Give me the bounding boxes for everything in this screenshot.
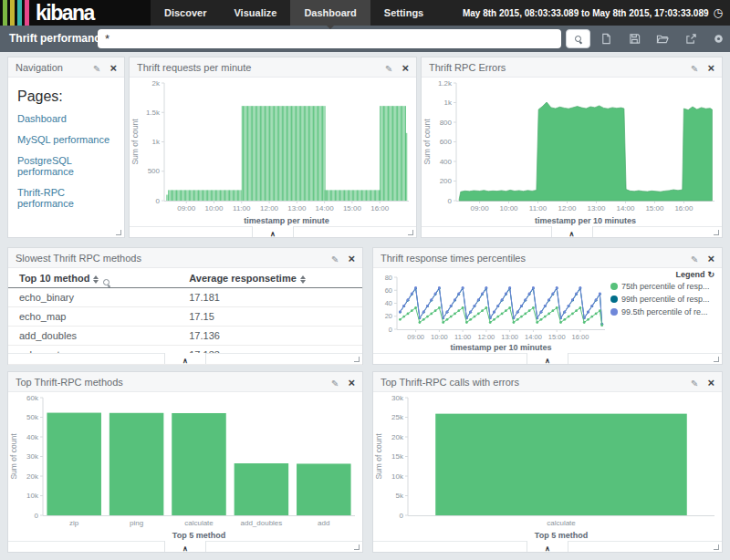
column-header-responsetime[interactable]: Average responsetime (178, 268, 362, 288)
svg-text:16:00: 16:00 (572, 333, 589, 341)
legend-refresh-icon (704, 270, 714, 279)
panel-resize-handle[interactable] (714, 357, 719, 362)
open-dashboard-button[interactable] (654, 31, 671, 47)
panel-title: Top Thrift-RPC calls with errors (381, 377, 691, 388)
sort-icon (93, 275, 99, 284)
edit-panel-icon[interactable] (691, 59, 698, 76)
panel-navigation: Navigation Pages: Dashboard MySQL perfor… (7, 57, 125, 238)
svg-text:Sum of count: Sum of count (374, 433, 383, 480)
close-panel-icon[interactable] (707, 59, 714, 76)
dashboard-grid: Navigation Pages: Dashboard MySQL perfor… (0, 52, 730, 560)
close-panel-icon[interactable] (348, 250, 355, 266)
query-input[interactable] (98, 29, 561, 48)
share-dashboard-button[interactable] (683, 31, 699, 47)
column-header-method[interactable]: Top 10 method (8, 268, 178, 288)
panel-thrift-rpc-errors-header: Thrift RPC Errors (422, 57, 722, 78)
panel-resize-handle[interactable] (354, 544, 360, 550)
collapse-panel-tab[interactable] (527, 353, 568, 364)
method-cell: echo_binary (8, 288, 178, 307)
nav-link-thrift-rpc[interactable]: Thrift-RPC performance (17, 187, 115, 209)
nav-link-dashboard[interactable]: Dashboard (17, 113, 115, 124)
legend-dot (610, 296, 618, 303)
panel-title: Slowest Thrift RPC methods (16, 253, 331, 264)
panel-thrift-rpc-errors: Thrift RPC Errors 02004006008001k1.2k09:… (421, 57, 723, 238)
legend-item-99-5th[interactable]: 99.5th percentile of re... (610, 307, 714, 316)
close-panel-icon[interactable] (348, 374, 355, 390)
legend-dot (610, 308, 618, 316)
table-row: add_doubles17.136 (8, 327, 362, 346)
edit-panel-icon[interactable] (93, 59, 100, 76)
svg-text:15:00: 15:00 (343, 204, 362, 213)
svg-text:0: 0 (156, 197, 161, 205)
panel-title: Top Thrift-RPC methods (16, 377, 331, 388)
panel-footer (373, 353, 722, 364)
close-panel-icon[interactable] (110, 59, 117, 76)
collapse-chevron-icon (182, 538, 188, 555)
panel-resize-handle[interactable] (354, 357, 360, 362)
panel-resize-handle[interactable] (714, 230, 719, 235)
collapse-chevron-icon (569, 223, 575, 240)
column-header-label: Top 10 method (19, 273, 89, 284)
panel-resize-handle[interactable] (408, 230, 413, 235)
svg-text:12:00: 12:00 (478, 333, 495, 341)
clock-icon (714, 6, 723, 19)
collapse-panel-tab[interactable] (527, 541, 568, 552)
time-range-picker[interactable]: May 8th 2015, 08:03:33.089 to May 8th 20… (463, 0, 730, 26)
new-dashboard-button[interactable] (599, 31, 614, 47)
close-panel-icon[interactable] (707, 374, 714, 390)
tab-dashboard[interactable]: Dashboard (290, 0, 370, 26)
dashboard-options-button[interactable] (711, 31, 726, 47)
collapse-chevron-icon (270, 223, 276, 240)
nav-link-mysql[interactable]: MySQL performance (17, 134, 115, 145)
svg-text:10k: 10k (391, 472, 404, 481)
svg-text:09:00: 09:00 (471, 204, 490, 213)
svg-text:1.5k: 1.5k (146, 109, 161, 117)
svg-text:60k: 60k (26, 394, 39, 402)
svg-text:10:00: 10:00 (204, 204, 224, 213)
edit-panel-icon[interactable] (691, 374, 698, 390)
collapse-panel-tab[interactable] (164, 353, 206, 364)
svg-text:09:00: 09:00 (407, 333, 424, 341)
svg-text:Sum of count: Sum of count (130, 119, 140, 165)
legend-item-99th[interactable]: 99th percentile of resp... (610, 295, 714, 304)
kibana-logo[interactable]: kibana (0, 0, 151, 26)
close-panel-icon[interactable] (402, 59, 409, 76)
svg-text:15k: 15k (391, 452, 404, 461)
edit-panel-icon[interactable] (331, 374, 339, 390)
options-gear-icon (713, 33, 725, 45)
legend-item-75th[interactable]: 75th percentile of resp... (610, 282, 714, 291)
panel-footer (8, 541, 362, 552)
save-dashboard-button[interactable] (627, 31, 642, 47)
percentiles-line-chart: 02040608009:0010:0011:0012:0013:0014:001… (373, 268, 610, 353)
svg-text:11:00: 11:00 (454, 333, 471, 341)
svg-text:10:00: 10:00 (431, 333, 448, 341)
edit-panel-icon[interactable] (691, 250, 698, 266)
search-button[interactable] (566, 29, 590, 48)
panel-resize-handle[interactable] (116, 230, 121, 235)
panel-footer (8, 353, 362, 364)
chart-legend: Legend 75th percentile of resp... 99th p… (610, 268, 720, 353)
tab-visualize[interactable]: Visualize (220, 0, 290, 26)
collapse-panel-tab[interactable] (252, 226, 294, 237)
collapse-panel-tab[interactable] (164, 541, 206, 552)
panel-footer (373, 541, 722, 552)
close-panel-icon[interactable] (707, 250, 714, 266)
svg-text:0: 0 (35, 512, 39, 520)
nav-link-postgresql[interactable]: PostgreSQL performance (17, 155, 115, 177)
kibana-logo-text: kibana (36, 0, 94, 26)
edit-panel-icon[interactable] (331, 250, 339, 266)
edit-panel-icon[interactable] (385, 59, 392, 76)
tab-discover[interactable]: Discover (151, 0, 220, 26)
dashboard-toolbar (599, 26, 726, 52)
legend-title[interactable]: Legend (610, 270, 714, 279)
panel-title: Thrift requests per minute (137, 62, 385, 73)
collapse-panel-tab[interactable] (551, 226, 593, 237)
svg-text:13:00: 13:00 (587, 204, 606, 213)
tab-settings[interactable]: Settings (370, 0, 437, 26)
svg-text:15:00: 15:00 (548, 333, 566, 341)
svg-text:14:00: 14:00 (316, 204, 335, 213)
dashboard-title: Thrift performance (9, 26, 107, 52)
svg-text:80: 80 (385, 274, 392, 282)
collapse-chevron-icon (545, 538, 550, 555)
panel-resize-handle[interactable] (714, 544, 719, 550)
